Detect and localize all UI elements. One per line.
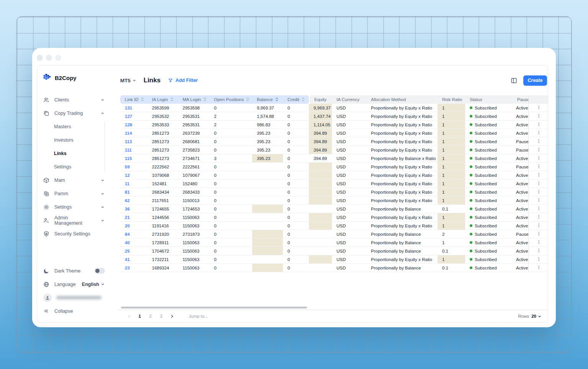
cell-link_id[interactable]: 127 (120, 112, 147, 120)
window-dot-1[interactable] (37, 55, 43, 61)
column-header-pause: Pause (513, 95, 528, 104)
sidebar-item-mam[interactable]: Mam (37, 173, 118, 187)
column-header-link_id[interactable]: Link ID (120, 95, 147, 104)
row-actions-button[interactable] (528, 196, 548, 204)
add-filter-button[interactable]: Add Filter (168, 78, 198, 83)
row-actions-button[interactable] (528, 180, 548, 188)
row-actions-button[interactable] (528, 171, 548, 179)
sidebar-item-settings[interactable]: Settings (37, 200, 118, 214)
cell-link_id[interactable]: 25 (120, 247, 147, 255)
cell-allocation_method: Proportionally by Equity x Ratio (366, 121, 438, 129)
window-dot-2[interactable] (46, 55, 52, 61)
cell-risk_ratio: 1 (438, 196, 465, 204)
row-actions-button[interactable] (528, 121, 548, 129)
page-button-1[interactable]: 1 (137, 314, 143, 318)
page-button-2[interactable]: 2 (147, 314, 154, 318)
cell-pause: Active (513, 255, 528, 263)
sidebar-item-clients[interactable]: Clients (37, 93, 118, 106)
cell-link_id[interactable]: 23 (120, 264, 147, 272)
row-actions-button[interactable] (528, 163, 548, 171)
status-label: Subscribed (475, 215, 497, 220)
horizontal-scrollbar (118, 306, 548, 310)
row-actions-button[interactable] (528, 213, 548, 221)
cell-link_id[interactable]: 115 (120, 154, 147, 162)
row-actions-button[interactable] (528, 188, 548, 196)
column-header-ma_login[interactable]: MA Login (178, 95, 209, 104)
page-button-3[interactable]: 3 (158, 314, 164, 318)
status-dot-icon (470, 207, 472, 210)
cell-status: Subscribed (465, 180, 513, 188)
scrollbar-thumb[interactable] (121, 307, 307, 309)
row-actions-button[interactable] (528, 137, 548, 145)
sidebar-item-pamm[interactable]: Pamm (37, 187, 118, 200)
sidebar-item-admin-management[interactable]: Admin Management (37, 214, 118, 227)
cell-link_id[interactable]: 62 (120, 196, 147, 204)
create-button[interactable]: Create (523, 75, 547, 86)
status-label: Subscribed (475, 165, 497, 169)
collapse-button[interactable]: Collapse (37, 304, 118, 318)
cell-balance (252, 264, 283, 272)
user-row[interactable] (37, 291, 118, 304)
sidebar-item-investors[interactable]: Investors (37, 133, 118, 147)
cell-link_id[interactable]: 114 (120, 129, 147, 137)
cell-ia_currency: USD (332, 238, 366, 247)
cell-link_id[interactable]: 84 (120, 230, 147, 238)
cell-link_id[interactable]: 81 (120, 188, 147, 196)
cell-pause: Active (513, 104, 528, 112)
window-dot-3[interactable] (55, 55, 61, 61)
row-actions-button[interactable] (528, 255, 548, 263)
row-actions-button[interactable] (528, 112, 548, 120)
cell-link_id[interactable]: 12 (120, 171, 147, 179)
cell-link_id[interactable]: 21 (120, 213, 147, 221)
cell-link_id[interactable]: 59 (120, 163, 147, 171)
cell-equity (309, 213, 332, 221)
cell-link_id[interactable]: 20 (120, 222, 147, 230)
column-header-ia_login[interactable]: IA Login (147, 95, 178, 104)
cell-risk_ratio: 0.1 (438, 247, 465, 255)
column-settings-button[interactable] (509, 76, 518, 85)
platform-select[interactable]: MT5 (120, 78, 137, 83)
rows-per-page-select[interactable]: Rows 20 (518, 314, 542, 318)
sidebar-item-masters[interactable]: Masters (37, 120, 118, 133)
row-actions-button[interactable] (528, 247, 548, 255)
cell-risk_ratio: 1 (438, 213, 465, 221)
cell-link_id[interactable]: 11 (120, 180, 147, 188)
column-header-open_positions[interactable]: Open Positions (209, 95, 252, 104)
jump-to-input[interactable]: Jump to... (189, 314, 208, 318)
cell-link_id[interactable]: 113 (120, 137, 147, 145)
column-label: Balance (257, 97, 273, 102)
row-actions-button[interactable] (528, 238, 548, 247)
next-page-button[interactable] (169, 314, 175, 318)
cell-risk_ratio: 1 (438, 222, 465, 230)
cell-link_id[interactable]: 40 (120, 238, 147, 247)
dark-theme-toggle[interactable] (95, 268, 105, 274)
cell-link_id[interactable]: 131 (120, 104, 147, 112)
collapse-label: Collapse (54, 309, 73, 314)
row-actions-button[interactable] (528, 129, 548, 137)
column-header-credit[interactable]: Credit (283, 95, 309, 104)
row-actions-button[interactable] (528, 264, 548, 272)
row-actions-button[interactable] (528, 146, 548, 154)
sidebar-item-security-settings[interactable]: Security Settings (37, 227, 118, 240)
cell-link_id[interactable]: 128 (120, 121, 147, 129)
row-actions-button[interactable] (528, 154, 548, 162)
sidebar-item-links[interactable]: Links (37, 147, 118, 160)
row-actions-button[interactable] (528, 222, 548, 230)
row-actions-button[interactable] (528, 230, 548, 238)
sidebar-item-copy-trading[interactable]: Copy Trading (37, 106, 118, 120)
cell-status: Subscribed (465, 171, 513, 179)
sidebar-item-copy-settings[interactable]: Settings (37, 160, 118, 173)
row-actions-button[interactable] (528, 104, 548, 112)
cell-risk_ratio: 1 (438, 137, 465, 145)
column-header-balance[interactable]: Balance (252, 95, 283, 104)
prev-page-button[interactable] (126, 314, 132, 318)
cell-credit: 0 (283, 238, 309, 247)
cell-link_id[interactable]: 41 (120, 255, 147, 263)
language-select[interactable]: English (82, 282, 105, 287)
sidebar-item-label: Security Settings (54, 231, 90, 237)
cell-link_id[interactable]: 36 (120, 205, 147, 213)
cell-allocation_method: Proportionally by Equity x Ratio (366, 222, 438, 230)
row-actions-button[interactable] (528, 205, 548, 213)
cell-link_id[interactable]: 111 (120, 146, 147, 154)
cell-ma_login: 1150063 (178, 264, 209, 272)
